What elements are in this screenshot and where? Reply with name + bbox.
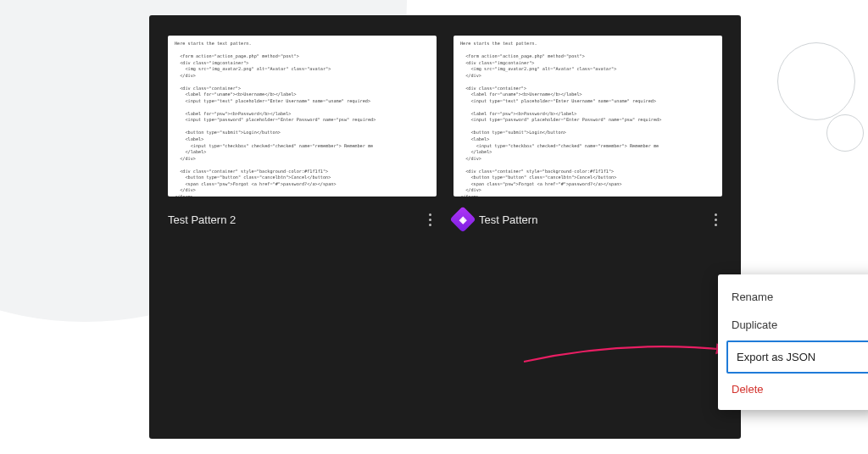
- card-footer: ◈ Test Pattern: [453, 208, 722, 230]
- more-actions-button[interactable]: [424, 208, 437, 230]
- menu-item-duplicate[interactable]: Duplicate: [718, 311, 868, 339]
- kebab-dot: [429, 224, 431, 226]
- menu-item-rename[interactable]: Rename: [718, 283, 868, 311]
- pattern-title: Test Pattern 2: [168, 213, 417, 226]
- pattern-icon: ◈: [449, 206, 476, 232]
- kebab-dot: [429, 219, 431, 221]
- pattern-card[interactable]: Here starts the text pattern. <form acti…: [453, 36, 722, 230]
- cards-row: Here starts the text pattern. <form acti…: [168, 36, 722, 230]
- pattern-title: Test Pattern: [479, 213, 703, 226]
- menu-item-export-json[interactable]: Export as JSON: [726, 340, 868, 374]
- viewport: Here starts the text pattern. <form acti…: [0, 0, 868, 454]
- context-menu: Rename Duplicate Export as JSON Delete: [718, 274, 868, 410]
- annotation-arrow: [522, 340, 734, 365]
- decorative-circle-large: [777, 42, 855, 120]
- kebab-dot: [715, 213, 717, 216]
- kebab-dot: [429, 213, 431, 216]
- pattern-card[interactable]: Here starts the text pattern. <form acti…: [168, 36, 437, 230]
- kebab-dot: [715, 224, 717, 226]
- patterns-panel: Here starts the text pattern. <form acti…: [149, 15, 741, 439]
- pattern-thumbnail: Here starts the text pattern. <form acti…: [168, 36, 437, 197]
- decorative-circle-small: [826, 114, 864, 152]
- pattern-thumbnail: Here starts the text pattern. <form acti…: [453, 36, 722, 197]
- menu-item-delete[interactable]: Delete: [718, 375, 868, 403]
- kebab-dot: [715, 219, 717, 221]
- more-actions-button[interactable]: [709, 208, 722, 230]
- card-footer: Test Pattern 2: [168, 208, 437, 230]
